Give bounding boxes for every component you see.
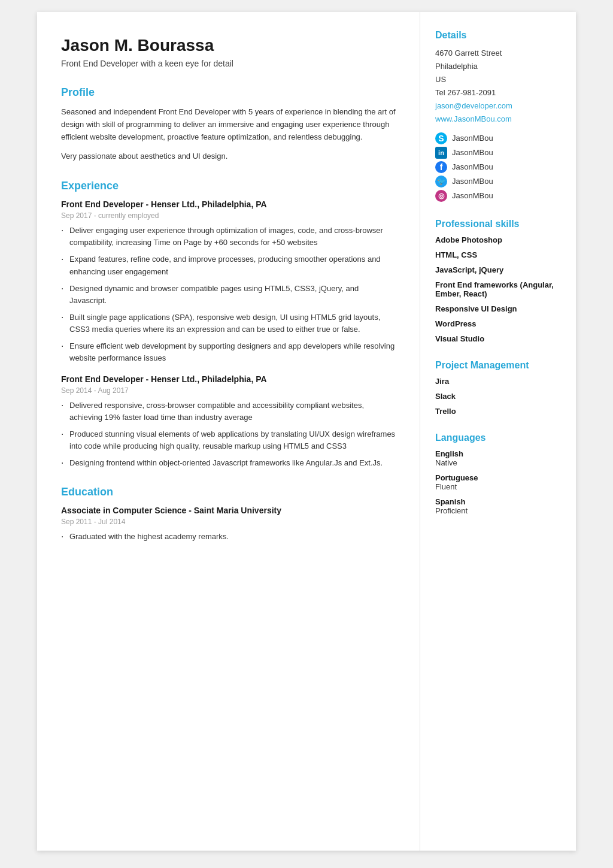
job-1-bullets: Deliver engaging user experience through… bbox=[61, 225, 396, 364]
twitter-username: JasonMBou bbox=[452, 177, 493, 186]
bullet-item: Produced stunning visual elements of web… bbox=[61, 428, 396, 452]
experience-section-title: Experience bbox=[61, 180, 396, 192]
job-2: Front End Developer - Henser Ltd., Phila… bbox=[61, 374, 396, 470]
job-2-date: Sep 2014 - Aug 2017 bbox=[61, 386, 396, 395]
profile-section-title: Profile bbox=[61, 86, 396, 99]
facebook-username: JasonMBou bbox=[452, 162, 493, 171]
job-1-title: Front End Developer - Henser Ltd., Phila… bbox=[61, 199, 396, 209]
job-1-date: Sep 2017 - currently employed bbox=[61, 211, 396, 220]
facebook-icon: f bbox=[435, 161, 447, 173]
language-name: Portuguese bbox=[435, 473, 561, 482]
language-level: Fluent bbox=[435, 482, 561, 491]
education-degree: Associate in Computer Science - Saint Ma… bbox=[61, 506, 396, 515]
project-management-list: Jira Slack Trello bbox=[435, 377, 561, 416]
address-line2: Philadelphia bbox=[435, 60, 561, 73]
resume-tagline: Front End Developer with a keen eye for … bbox=[61, 59, 396, 68]
language-name: English bbox=[435, 449, 561, 458]
language-level: Proficient bbox=[435, 506, 561, 515]
skype-icon: S bbox=[435, 132, 447, 144]
skill-item: Responsive UI Design bbox=[435, 304, 561, 313]
website-link[interactable]: www.JasonMBou.com bbox=[435, 113, 561, 126]
bullet-item: Expand features, refine code, and improv… bbox=[61, 253, 396, 277]
instagram-username: JasonMBou bbox=[452, 191, 493, 200]
professional-skills-title: Professional skills bbox=[435, 219, 561, 229]
pm-skill-item: Trello bbox=[435, 407, 561, 416]
instagram-icon: ◎ bbox=[435, 190, 447, 202]
side-column: Details 4670 Garrett Street Philadelphia… bbox=[420, 12, 576, 851]
bullet-item: Designing frontend within object-oriente… bbox=[61, 457, 396, 469]
language-entry-portuguese: Portuguese Fluent bbox=[435, 473, 561, 491]
skill-item: Adobe Photoshop bbox=[435, 235, 561, 244]
bullet-item: Built single page applications (SPA), re… bbox=[61, 311, 396, 335]
linkedin-icon: in bbox=[435, 147, 447, 159]
bullet-item: Deliver engaging user experience through… bbox=[61, 225, 396, 249]
education-entry-1: Associate in Computer Science - Saint Ma… bbox=[61, 506, 396, 543]
address-line1: 4670 Garrett Street bbox=[435, 47, 561, 60]
main-column: Jason M. Bourassa Front End Developer wi… bbox=[37, 12, 420, 851]
pm-skill-item: Slack bbox=[435, 392, 561, 401]
phone: Tel 267-981-2091 bbox=[435, 86, 561, 99]
bullet-item: Delivered responsive, cross-browser comp… bbox=[61, 400, 396, 424]
skill-item: JavaScript, jQuery bbox=[435, 265, 561, 274]
professional-skills-list: Adobe Photoshop HTML, CSS JavaScript, jQ… bbox=[435, 235, 561, 343]
project-management-title: Project Management bbox=[435, 360, 561, 371]
skill-item: Front End frameworks (Angular, Ember, Re… bbox=[435, 280, 561, 298]
pm-skill-item: Jira bbox=[435, 377, 561, 386]
linkedin-username: JasonMBou bbox=[452, 148, 493, 157]
profile-paragraph-1: Seasoned and independent Front End Devel… bbox=[61, 106, 396, 143]
social-row-linkedin: in JasonMBou bbox=[435, 147, 561, 159]
resume-page: Jason M. Bourassa Front End Developer wi… bbox=[37, 12, 576, 851]
social-row-twitter: 🐦 JasonMBou bbox=[435, 176, 561, 187]
job-2-bullets: Delivered responsive, cross-browser comp… bbox=[61, 400, 396, 470]
skype-username: JasonMBou bbox=[452, 134, 493, 143]
language-entry-english: English Native bbox=[435, 449, 561, 467]
skill-item: HTML, CSS bbox=[435, 250, 561, 259]
job-2-title: Front End Developer - Henser Ltd., Phila… bbox=[61, 374, 396, 384]
skill-item: Visual Studio bbox=[435, 334, 561, 343]
language-entry-spanish: Spanish Proficient bbox=[435, 497, 561, 515]
social-row-facebook: f JasonMBou bbox=[435, 161, 561, 173]
social-row-instagram: ◎ JasonMBou bbox=[435, 190, 561, 202]
twitter-icon: 🐦 bbox=[435, 176, 447, 187]
languages-title: Languages bbox=[435, 433, 561, 443]
job-1: Front End Developer - Henser Ltd., Phila… bbox=[61, 199, 396, 364]
social-row-skype: S JasonMBou bbox=[435, 132, 561, 144]
bullet-item: Designed dynamic and browser compatible … bbox=[61, 283, 396, 307]
education-section-title: Education bbox=[61, 486, 396, 498]
education-date: Sep 2011 - Jul 2014 bbox=[61, 518, 396, 526]
skill-item: WordPress bbox=[435, 319, 561, 328]
details-section-title: Details bbox=[435, 30, 561, 41]
bullet-item: Graduated with the highest academy remar… bbox=[61, 531, 396, 543]
email-link[interactable]: jason@developer.com bbox=[435, 99, 561, 113]
languages-list: English Native Portuguese Fluent Spanish… bbox=[435, 449, 561, 515]
language-name: Spanish bbox=[435, 497, 561, 506]
profile-paragraph-2: Very passionate about aesthetics and UI … bbox=[61, 150, 396, 163]
address-line3: US bbox=[435, 73, 561, 86]
social-links: S JasonMBou in JasonMBou f JasonMBou 🐦 J… bbox=[435, 132, 561, 202]
education-bullets: Graduated with the highest academy remar… bbox=[61, 531, 396, 543]
resume-name: Jason M. Bourassa bbox=[61, 36, 396, 55]
language-level: Native bbox=[435, 458, 561, 467]
bullet-item: Ensure efficient web development by supp… bbox=[61, 340, 396, 364]
